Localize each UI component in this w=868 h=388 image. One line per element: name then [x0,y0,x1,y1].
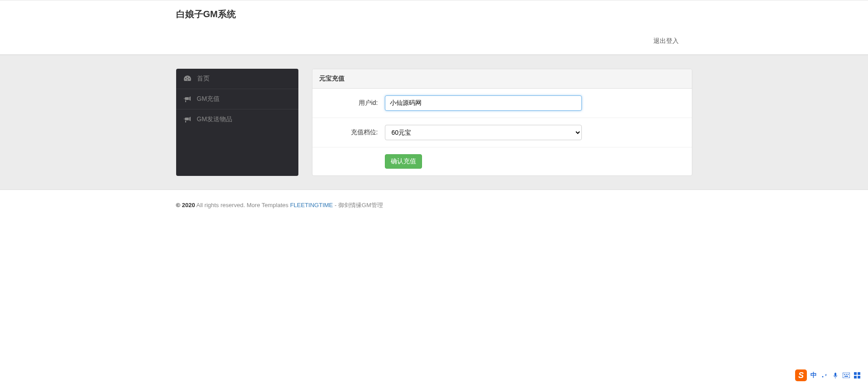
user-id-label: 用户id: [319,99,385,107]
recharge-tier-select[interactable]: 60元宝 [385,125,582,140]
footer-text: © 2020 All rights reserved. More Templat… [176,201,692,209]
sidebar-item-label: GM发送物品 [197,115,233,123]
logout-link[interactable]: 退出登入 [653,37,679,45]
copyright: © 2020 [176,202,195,208]
confirm-recharge-button[interactable]: 确认充值 [385,154,422,169]
dashboard-icon [183,76,192,82]
sidebar: 首页 GM充值 GM发送物品 [176,69,298,176]
recharge-panel: 元宝充值 用户id: 充值档位: 60元宝 [312,69,692,176]
sidebar-item-recharge[interactable]: GM充值 [176,89,298,109]
recharge-tier-label: 充值档位: [319,128,385,137]
panel-title: 元宝充值 [312,69,692,89]
sidebar-item-label: GM充值 [197,95,220,103]
bullhorn-icon [183,96,192,102]
sidebar-item-send-items[interactable]: GM发送物品 [176,109,298,129]
sidebar-item-label: 首页 [197,75,210,83]
user-id-input[interactable] [385,95,582,111]
app-title: 白娘子GM系统 [176,0,692,28]
sidebar-item-home[interactable]: 首页 [176,69,298,89]
bullhorn-icon [183,116,192,123]
footer-link[interactable]: FLEETINGTIME [290,202,333,208]
